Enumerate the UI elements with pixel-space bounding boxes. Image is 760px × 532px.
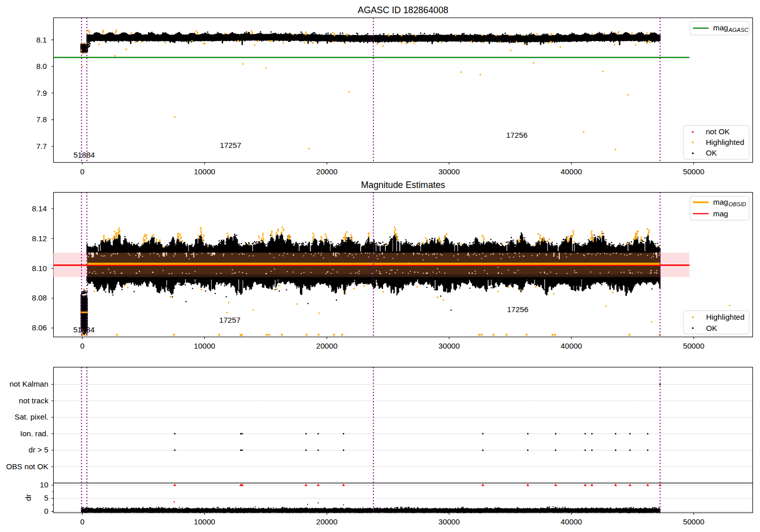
svg-text:8.06: 8.06 [32, 323, 47, 332]
svg-text:OBS not OK: OBS not OK [6, 462, 49, 471]
svg-text:17257: 17257 [219, 316, 240, 324]
svg-text:10000: 10000 [194, 517, 215, 526]
svg-text:0: 0 [80, 167, 84, 176]
svg-text:AGASC: AGASC [728, 27, 749, 33]
svg-text:20000: 20000 [316, 341, 337, 350]
svg-text:0: 0 [80, 517, 84, 526]
svg-text:OK: OK [706, 324, 717, 332]
svg-text:40000: 40000 [561, 167, 582, 176]
svg-text:30000: 30000 [438, 341, 460, 350]
svg-text:50000: 50000 [683, 167, 704, 176]
svg-text:17256: 17256 [507, 305, 528, 314]
svg-text:AGASC ID 182864008: AGASC ID 182864008 [358, 5, 448, 15]
svg-text:50000: 50000 [683, 517, 704, 526]
svg-text:10000: 10000 [194, 167, 215, 176]
svg-text:Sat. pixel.: Sat. pixel. [15, 412, 49, 421]
svg-text:not track: not track [19, 396, 49, 405]
svg-text:10: 10 [40, 480, 49, 489]
svg-text:mag: mag [713, 198, 729, 206]
svg-text:mag: mag [713, 209, 729, 218]
svg-text:dr > 5: dr > 5 [28, 445, 48, 454]
svg-text:51884: 51884 [73, 150, 95, 159]
svg-text:50000: 50000 [683, 341, 704, 350]
svg-text:20000: 20000 [316, 517, 337, 526]
svg-text:mag: mag [713, 23, 729, 32]
svg-text:30000: 30000 [438, 167, 460, 176]
svg-text:7.7: 7.7 [36, 142, 47, 150]
svg-text:0: 0 [80, 341, 84, 350]
svg-text:17256: 17256 [506, 131, 527, 139]
svg-text:8.1: 8.1 [36, 35, 47, 44]
svg-text:not OK: not OK [706, 127, 730, 136]
svg-text:40000: 40000 [561, 517, 582, 526]
svg-text:8.10: 8.10 [32, 264, 47, 273]
svg-text:Highlighted: Highlighted [706, 138, 744, 146]
svg-text:not Kalman: not Kalman [10, 379, 49, 388]
svg-text:17257: 17257 [220, 141, 241, 149]
svg-text:40000: 40000 [561, 341, 582, 350]
svg-text:7.9: 7.9 [36, 89, 47, 97]
svg-text:8.12: 8.12 [32, 234, 47, 243]
svg-text:Ion. rad.: Ion. rad. [20, 429, 49, 438]
svg-text:Magnitude Estimates: Magnitude Estimates [361, 180, 445, 190]
svg-text:OBSID: OBSID [729, 201, 746, 207]
svg-text:Highlighted: Highlighted [706, 313, 745, 321]
svg-text:8.08: 8.08 [32, 293, 47, 302]
svg-text:8.0: 8.0 [36, 62, 47, 70]
svg-text:51884: 51884 [73, 325, 94, 334]
svg-text:8.14: 8.14 [32, 204, 47, 213]
svg-text:dr: dr [24, 494, 32, 501]
svg-text:5: 5 [44, 493, 48, 502]
svg-text:OK: OK [706, 148, 717, 157]
svg-text:10000: 10000 [194, 341, 215, 350]
svg-text:30000: 30000 [438, 517, 460, 526]
svg-text:7.8: 7.8 [36, 115, 47, 124]
svg-text:20000: 20000 [316, 167, 337, 176]
svg-text:0: 0 [44, 507, 48, 515]
